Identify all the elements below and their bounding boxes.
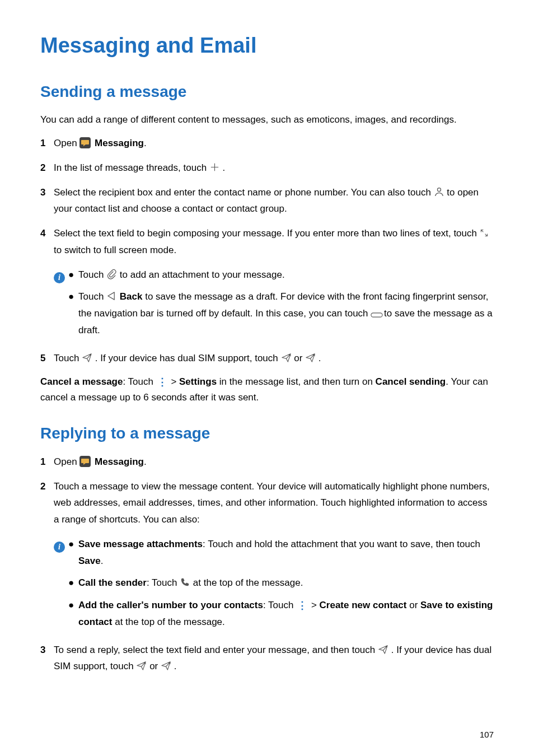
section-heading-replying: Replying to a message: [40, 424, 494, 442]
info-icon: i: [54, 272, 65, 283]
text-bold: Add the caller's number to your contacts: [78, 600, 263, 610]
text: .: [174, 661, 177, 671]
bullet-body: Add the caller's number to your contacts…: [78, 597, 494, 631]
note-content: ● Save message attachments: Touch and ho…: [68, 536, 494, 636]
step-number: 1: [40, 135, 54, 152]
text: Touch: [78, 291, 106, 302]
text: Select the recipient box and enter the c…: [54, 187, 434, 198]
text: to add an attachment to your message.: [120, 269, 285, 280]
text: or: [406, 600, 420, 610]
note-content: ● Touch to add an attachment to your mes…: [68, 267, 494, 344]
svg-point-1: [437, 188, 441, 191]
send-sim1-icon: 1: [136, 660, 147, 670]
svg-text:1: 1: [289, 353, 291, 356]
step-number: 4: [40, 225, 54, 259]
text: Select the text field to begin composing…: [54, 228, 480, 239]
step-2: 2 In the list of message threads, touch …: [40, 160, 494, 176]
text: .: [101, 556, 104, 566]
bullet-body: Touch to add an attachment to your messa…: [78, 267, 494, 283]
note-bullet-1: ● Touch to add an attachment to your mes…: [68, 267, 494, 283]
step-4: 4 Select the text field to begin composi…: [40, 225, 494, 259]
reply-bullet-2: ● Call the sender: Touch at the top of t…: [68, 575, 494, 591]
step-text: Open Messaging.: [54, 135, 494, 152]
info-note-block-2: i ● Save message attachments: Touch and …: [54, 536, 494, 636]
reply-step-2: 2 Touch a message to view the message co…: [40, 478, 494, 528]
step-number: 3: [40, 642, 54, 675]
text-bold: Cancel sending: [376, 376, 446, 387]
text: . If your device has dual SIM support, t…: [95, 353, 281, 363]
info-icon: i: [54, 542, 65, 553]
attachment-icon: [106, 268, 117, 279]
text: : Touch and hold the attachment that you…: [203, 539, 480, 549]
step-text: Touch . If your device has dual SIM supp…: [54, 350, 494, 367]
intro-paragraph: You can add a range of different content…: [40, 112, 494, 127]
step-text: Touch a message to view the message cont…: [54, 478, 494, 528]
text-bold: Messaging: [95, 456, 144, 467]
reply-step-3: 3 To send a reply, select the text field…: [40, 642, 494, 675]
cancel-paragraph: Cancel a message: Touch ⋮ > Settings in …: [40, 374, 494, 404]
text: In the list of message threads, touch: [54, 162, 209, 173]
text: at the top of the message.: [193, 577, 303, 588]
text: Touch: [54, 353, 82, 363]
info-icon-col: i: [54, 267, 68, 344]
text: Touch a message to view the message cont…: [54, 481, 490, 525]
text: .: [318, 353, 321, 363]
text: or: [149, 661, 161, 671]
page-title: Messaging and Email: [40, 34, 494, 58]
svg-text:2: 2: [169, 661, 171, 665]
step-number: 2: [40, 478, 54, 528]
text-bold: Save message attachments: [78, 539, 203, 549]
step-number: 3: [40, 184, 54, 218]
svg-text:2: 2: [313, 353, 315, 356]
text: Open: [54, 138, 79, 148]
step-text: Open Messaging.: [54, 454, 494, 470]
expand-icon: [480, 226, 489, 235]
step-3: 3 Select the recipient box and enter the…: [40, 184, 494, 218]
send-sim2-icon: 2: [305, 352, 316, 362]
step-number: 2: [40, 160, 54, 176]
step-5: 5 Touch . If your device has dual SIM su…: [40, 350, 494, 367]
reply-step-1: 1 Open Messaging.: [40, 454, 494, 470]
text: or: [294, 353, 305, 363]
text-bold: Settings: [179, 376, 217, 387]
back-triangle-icon: [106, 290, 117, 301]
bullet-dot: ●: [68, 575, 78, 591]
text-bold: Messaging: [95, 138, 144, 148]
pill-icon: [371, 307, 381, 318]
bullet-body: Call the sender: Touch at the top of the…: [78, 575, 494, 591]
page: Messaging and Email Sending a message Yo…: [0, 0, 534, 756]
step-text: To send a reply, select the text field a…: [54, 642, 494, 675]
reply-bullet-1: ● Save message attachments: Touch and ho…: [68, 536, 494, 570]
messaging-app-icon: [79, 456, 91, 467]
bullet-dot: ●: [68, 536, 78, 570]
text: .: [223, 162, 226, 173]
reply-bullet-3: ● Add the caller's number to your contac…: [68, 597, 494, 631]
step-text: Select the recipient box and enter the c…: [54, 184, 494, 218]
text: Open: [54, 456, 79, 467]
step-text: In the list of message threads, touch .: [54, 160, 494, 176]
text-bold: Call the sender: [78, 577, 147, 588]
text: : Touch: [123, 376, 156, 387]
step-1: 1 Open Messaging.: [40, 135, 494, 152]
text: : Touch: [147, 577, 180, 588]
send-sim2-icon: 2: [161, 660, 171, 670]
send-icon: [82, 352, 92, 362]
step-text: Select the text field to begin composing…: [54, 225, 494, 259]
text-bold: Cancel a message: [40, 376, 123, 387]
info-icon-col: i: [54, 536, 68, 636]
step-number: 1: [40, 454, 54, 470]
text: To send a reply, select the text field a…: [54, 645, 378, 655]
bullet-dot: ●: [68, 267, 78, 283]
info-note-block: i ● Touch to add an attachment to your m…: [54, 267, 494, 344]
note-bullet-2: ● Touch Back to save the message as a dr…: [68, 288, 494, 338]
bullet-body: Touch Back to save the message as a draf…: [78, 288, 494, 338]
text: >: [308, 600, 319, 610]
text-bold: Save: [78, 556, 101, 566]
svg-text:1: 1: [145, 661, 147, 665]
text: in the message list, and then turn on: [217, 376, 376, 387]
text-bold: Back: [120, 291, 143, 302]
step-number: 5: [40, 350, 54, 367]
text: at the top of the message.: [112, 617, 224, 627]
messaging-app-icon: [79, 137, 91, 148]
send-icon: [378, 643, 388, 654]
